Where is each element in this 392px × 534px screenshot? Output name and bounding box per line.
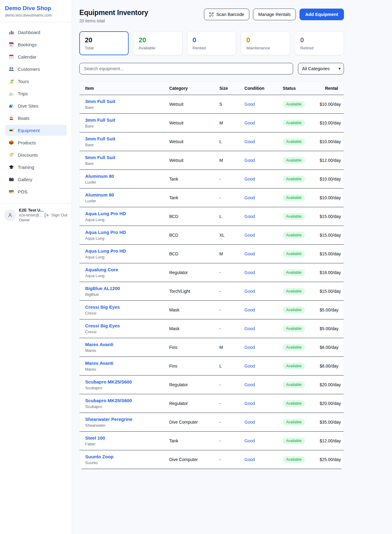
scan-barcode-button[interactable]: Scan Barcode	[204, 9, 249, 20]
item-size: -	[217, 282, 242, 301]
sidebar-item[interactable]: Equipment	[5, 125, 67, 136]
item-name-link[interactable]: Aqualung Core	[85, 267, 164, 272]
condition-link[interactable]: Good	[244, 420, 255, 425]
item-name-link[interactable]: Aqua Lung Pro HD	[85, 230, 164, 235]
sidebar-item-label: Bookings	[18, 42, 37, 47]
table-row: Scubapro MK25/S600 Scubapro Regulator - …	[80, 394, 344, 413]
item-name-link[interactable]: Aluminum 80	[85, 174, 164, 179]
condition-link[interactable]: Good	[244, 139, 255, 144]
condition-link[interactable]: Good	[244, 270, 255, 275]
col-size: Size	[217, 82, 242, 95]
item-name-link[interactable]: Aluminum 80	[85, 192, 164, 197]
condition-link[interactable]: Good	[244, 158, 255, 163]
col-condition: Condition	[242, 82, 280, 95]
item-name-link[interactable]: 5mm Full Suit	[85, 155, 164, 160]
brand-domain: demo.test.divestreams.com	[5, 13, 67, 17]
stat-card[interactable]: 0 Rented	[187, 31, 236, 55]
item-name-link[interactable]: Shearwater Peregrine	[85, 417, 164, 422]
condition-link[interactable]: Good	[244, 438, 255, 443]
condition-link[interactable]: Good	[244, 102, 255, 107]
item-brand: Bare	[85, 161, 164, 166]
item-name-link[interactable]: Steel 100	[85, 435, 164, 441]
table-row: Cressi Big Eyes Cressi Mask - Good Avail…	[80, 301, 344, 319]
condition-link[interactable]: Good	[244, 382, 255, 387]
condition-link[interactable]: Good	[244, 233, 255, 238]
item-name-link[interactable]: BigBlue AL1200	[85, 286, 164, 291]
item-name-link[interactable]: Scubapro MK25/S600	[85, 379, 164, 384]
item-name-link[interactable]: 3mm Full Suit	[85, 136, 164, 141]
sidebar-item[interactable]: Training	[5, 162, 67, 173]
item-brand: Cressi	[85, 311, 164, 315]
sidebar-item[interactable]: Trips	[5, 88, 67, 99]
category-select[interactable]: All Categories	[298, 63, 344, 74]
condition-link[interactable]: Good	[244, 195, 255, 200]
item-name-link[interactable]: Aqua Lung Pro HD	[85, 248, 164, 254]
status-badge: Available	[283, 363, 305, 369]
condition-link[interactable]: Good	[244, 326, 255, 331]
condition-link[interactable]: Good	[244, 364, 255, 368]
sidebar-item[interactable]: Boats	[5, 113, 67, 124]
condition-link[interactable]: Good	[244, 251, 255, 256]
user-role: Owner	[19, 218, 41, 222]
sidebar-item-label: Discounts	[18, 152, 38, 158]
stat-card[interactable]: 0 Retired	[295, 31, 344, 55]
stat-value: 0	[193, 36, 231, 44]
item-brand: BigBlue	[85, 292, 164, 297]
page-subtitle: 20 items total	[79, 18, 148, 23]
sidebar-item[interactable]: Gallery	[5, 174, 67, 185]
search-input[interactable]	[79, 63, 293, 74]
item-name-link[interactable]: Mares Avanti	[85, 360, 164, 366]
sidebar: Demo Dive Shop demo.test.divestreams.com…	[0, 0, 72, 534]
manage-rentals-button[interactable]: Manage Rentals	[253, 9, 296, 20]
sign-out-button[interactable]: Sign Out	[44, 212, 67, 218]
condition-link[interactable]: Good	[244, 214, 255, 219]
item-name-link[interactable]: 3mm Full Suit	[85, 99, 164, 104]
item-size: L	[217, 132, 242, 151]
stat-card[interactable]: 20 Total	[79, 31, 129, 55]
status-badge: Available	[283, 232, 305, 238]
sidebar-item[interactable]: Products	[5, 137, 67, 148]
table-row: Aluminum 80 Luxfer Tank - Good Available	[80, 170, 344, 189]
item-brand: Luxfer	[85, 199, 164, 203]
sidebar-item[interactable]: Dive Sites	[5, 100, 67, 111]
item-name-link[interactable]: Cressi Big Eyes	[85, 323, 164, 328]
item-name-link[interactable]: Aqua Lung Pro HD	[85, 211, 164, 216]
condition-link[interactable]: Good	[244, 289, 255, 294]
table-row: Aqualung Core Aqua Lung Regulator - Good…	[80, 263, 344, 282]
sidebar-item[interactable]: 17 Bookings	[5, 39, 67, 50]
condition-link[interactable]: Good	[244, 177, 255, 181]
item-name-link[interactable]: Scubapro MK25/S600	[85, 398, 164, 403]
item-name-link[interactable]: Suunto Zoop	[85, 454, 164, 459]
table-row: 3mm Full Suit Bare Wetsuit S Good Availa…	[80, 95, 344, 114]
rental-rate: $35.00/day	[317, 413, 344, 432]
sidebar-item[interactable]: Discounts	[5, 149, 67, 160]
condition-link[interactable]: Good	[244, 345, 255, 350]
sidebar-item-label: Trips	[18, 91, 28, 96]
rental-rate: $15.00/day	[317, 245, 344, 263]
condition-link[interactable]: Good	[244, 307, 255, 312]
sidebar-item[interactable]: Customers	[5, 63, 67, 74]
sidebar-item[interactable]: Calendar	[5, 51, 67, 62]
rental-rate: $8.00/day	[317, 338, 344, 357]
camera-icon	[9, 177, 14, 182]
item-name-link[interactable]: Cressi Big Eyes	[85, 304, 164, 310]
sidebar-item[interactable]: Tours	[5, 76, 67, 87]
rental-rate: $20.00/day	[317, 376, 344, 394]
sidebar-item-label: Equipment	[18, 128, 40, 133]
stat-value: 20	[139, 36, 177, 44]
credit-card-icon	[9, 189, 14, 194]
col-rental: Rental	[317, 82, 344, 95]
stat-card[interactable]: 0 Maintenance	[241, 31, 290, 55]
item-category: Tank	[167, 432, 217, 450]
sidebar-item[interactable]: POS	[5, 186, 67, 197]
item-name-link[interactable]: 3mm Full Suit	[85, 117, 164, 123]
condition-link[interactable]: Good	[244, 401, 255, 406]
stat-card[interactable]: 20 Available	[133, 31, 183, 55]
add-equipment-button[interactable]: Add Equipment	[300, 9, 344, 20]
condition-link[interactable]: Good	[244, 120, 255, 125]
condition-link[interactable]: Good	[244, 457, 255, 462]
sidebar-item-label: POS	[18, 189, 28, 194]
item-name-link[interactable]: Mares Avanti	[85, 342, 164, 347]
sidebar-item[interactable]: Dashboard	[5, 27, 67, 38]
stat-label: Total	[85, 46, 123, 50]
